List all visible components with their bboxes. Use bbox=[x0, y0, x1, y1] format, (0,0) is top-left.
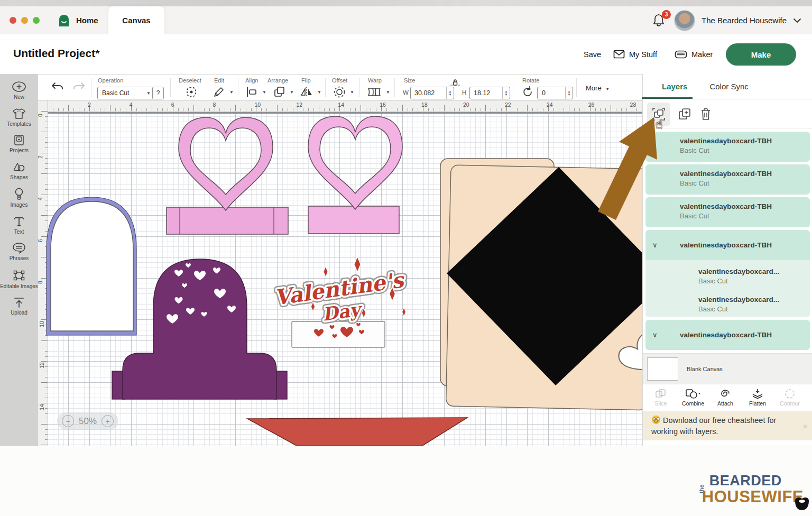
rotate-stepper[interactable]: ▲▼ bbox=[565, 87, 573, 99]
notification-badge: 3 bbox=[662, 10, 671, 19]
sidebar-item-text[interactable]: Text bbox=[0, 216, 38, 236]
warp-label: Warp bbox=[368, 77, 382, 84]
zoom-level: 50% bbox=[79, 416, 97, 427]
upload-icon bbox=[13, 297, 25, 308]
edit-pencil-icon[interactable] bbox=[213, 86, 225, 98]
maker-button[interactable]: Maker bbox=[675, 34, 713, 74]
offset-icon[interactable] bbox=[333, 86, 346, 98]
combine-button[interactable]: Combine bbox=[679, 389, 707, 407]
zoom-control[interactable]: − 50% + bbox=[57, 412, 118, 430]
tab-color-sync[interactable]: Color Sync bbox=[709, 82, 748, 91]
sidebar-item-shapes[interactable]: Shapes bbox=[0, 161, 38, 181]
shape-valentines-sticker[interactable]: Valentine's Day Valentine's Day bbox=[273, 257, 409, 347]
sidebar-item-images[interactable]: Images bbox=[0, 188, 38, 209]
edit-dropdown-arrow[interactable]: ▼ bbox=[229, 90, 234, 95]
height-input[interactable]: 18.12 ▲▼ bbox=[469, 87, 510, 99]
width-input[interactable]: 30.082 ▲▼ bbox=[410, 87, 454, 99]
editable-images-icon bbox=[12, 269, 26, 282]
layer-sub-row[interactable]: valentinesdayboxcard... Basic Cut bbox=[645, 291, 810, 313]
layer-row[interactable]: valentinesdayboxcard-TBH Basic Cut bbox=[645, 164, 810, 195]
shape-purple-card[interactable] bbox=[112, 259, 287, 399]
slice-button: Slice bbox=[647, 389, 675, 407]
avatar[interactable] bbox=[674, 10, 695, 31]
shape-heart-stand-right[interactable] bbox=[308, 116, 402, 234]
shape-envelope-card[interactable] bbox=[440, 159, 642, 410]
envelope-icon bbox=[613, 50, 625, 59]
layer-row[interactable]: valentinesdayboxcard-TBH Basic Cut bbox=[645, 197, 810, 227]
machine-icon bbox=[675, 50, 687, 59]
operation-value: Basic Cut bbox=[102, 89, 129, 97]
sidebar-item-templates[interactable]: Templates bbox=[0, 108, 38, 128]
layer-group-row[interactable]: ∨ valentinesdayboxcard-TBH bbox=[645, 320, 810, 350]
width-stepper[interactable]: ▲▼ bbox=[446, 87, 454, 99]
blank-canvas-label: Blank Canvas bbox=[687, 366, 723, 372]
home-tab-label: Home bbox=[76, 16, 98, 25]
redo-icon[interactable] bbox=[72, 82, 86, 93]
close-window-button[interactable] bbox=[10, 17, 16, 24]
combine-icon bbox=[685, 389, 701, 399]
chevron-down-icon[interactable]: ∨ bbox=[652, 241, 658, 249]
shape-arch-card-white[interactable] bbox=[47, 197, 136, 335]
operation-help-button[interactable]: ? bbox=[152, 87, 164, 99]
chevron-down-icon[interactable] bbox=[793, 18, 801, 23]
layer-actions: Slice Combine Attach Flatten Contour bbox=[643, 384, 812, 411]
sidebar-item-upload[interactable]: Upload bbox=[0, 297, 38, 317]
layer-group-row[interactable]: ∨ valentinesdayboxcard-TBH bbox=[645, 230, 810, 260]
my-stuff-button[interactable]: My Stuff bbox=[613, 34, 657, 74]
sidebar-item-new[interactable]: New bbox=[0, 81, 38, 101]
cheatsheet-banner[interactable]: Download our free cheatsheet for working… bbox=[643, 411, 812, 440]
height-value: 18.12 bbox=[474, 89, 490, 97]
sidebar-item-editable-images[interactable]: Editable Images bbox=[0, 269, 38, 290]
account-name: The Bearded Housewife bbox=[702, 16, 787, 25]
rotate-icon[interactable] bbox=[521, 86, 534, 98]
blank-canvas-row[interactable]: Blank Canvas bbox=[643, 353, 812, 384]
blank-canvas-swatch bbox=[647, 357, 678, 381]
warp-icon[interactable] bbox=[367, 86, 382, 98]
more-label: More bbox=[586, 84, 602, 92]
attach-button[interactable]: Attach bbox=[712, 389, 739, 407]
delete-button[interactable] bbox=[699, 107, 713, 122]
flip-icon[interactable] bbox=[300, 86, 313, 98]
layer-sub-row[interactable]: valentinesdayboxcard... Basic Cut bbox=[645, 263, 810, 285]
sidebar-item-phrases[interactable]: Phrases bbox=[0, 242, 38, 262]
banner-close-icon[interactable]: ✕ bbox=[802, 422, 808, 431]
align-icon[interactable] bbox=[245, 86, 258, 98]
panel-tabs: Layers Color Sync bbox=[643, 74, 812, 99]
project-title: Untitled Project* bbox=[13, 47, 99, 60]
duplicate-button[interactable] bbox=[677, 107, 692, 122]
flatten-button[interactable]: Flatten bbox=[744, 389, 771, 407]
deselect-icon[interactable] bbox=[185, 86, 198, 98]
contour-icon bbox=[784, 389, 796, 399]
tab-home[interactable]: Home bbox=[57, 6, 98, 34]
cricut-logo-icon bbox=[57, 14, 71, 27]
rotate-input[interactable]: 0 ▲▼ bbox=[537, 87, 573, 99]
design-canvas[interactable]: 246810121416182022242628 02468101214 bbox=[38, 100, 642, 446]
save-button[interactable]: Save bbox=[584, 34, 601, 74]
offset-label: Offset bbox=[332, 77, 347, 84]
shape-red-trapezoid[interactable] bbox=[247, 418, 467, 446]
contour-button: Contour bbox=[776, 389, 804, 407]
minimize-window-button[interactable] bbox=[21, 17, 28, 24]
zoom-window-button[interactable] bbox=[33, 17, 40, 24]
tab-canvas[interactable]: Canvas bbox=[108, 6, 164, 34]
tab-layers[interactable]: Layers bbox=[662, 74, 687, 99]
chevron-down-icon[interactable]: ∨ bbox=[652, 331, 658, 339]
my-stuff-label: My Stuff bbox=[629, 50, 657, 59]
layer-row[interactable]: valentinesdayboxcard-TBH Basic Cut bbox=[645, 132, 810, 162]
zoom-out-button[interactable]: − bbox=[62, 415, 74, 427]
undo-icon[interactable] bbox=[51, 82, 64, 93]
operation-select[interactable]: Basic Cut ▼ bbox=[97, 87, 154, 99]
height-stepper[interactable]: ▲▼ bbox=[502, 87, 510, 99]
titlebar: Home Canvas 3 The Bearded Housewife bbox=[0, 6, 812, 35]
make-button[interactable]: Make bbox=[726, 43, 796, 66]
new-icon bbox=[11, 81, 27, 93]
shape-heart-stand-left[interactable] bbox=[167, 117, 288, 234]
notifications-button[interactable]: 3 bbox=[652, 13, 668, 29]
arrange-icon[interactable] bbox=[273, 86, 285, 98]
sidebar-item-projects[interactable]: Projects bbox=[0, 134, 38, 154]
edit-label: Edit bbox=[214, 77, 224, 84]
phrases-icon bbox=[12, 242, 26, 254]
more-button[interactable]: More ▼ bbox=[586, 84, 610, 92]
zoom-in-button[interactable]: + bbox=[102, 415, 114, 427]
lock-icon[interactable] bbox=[450, 78, 460, 87]
